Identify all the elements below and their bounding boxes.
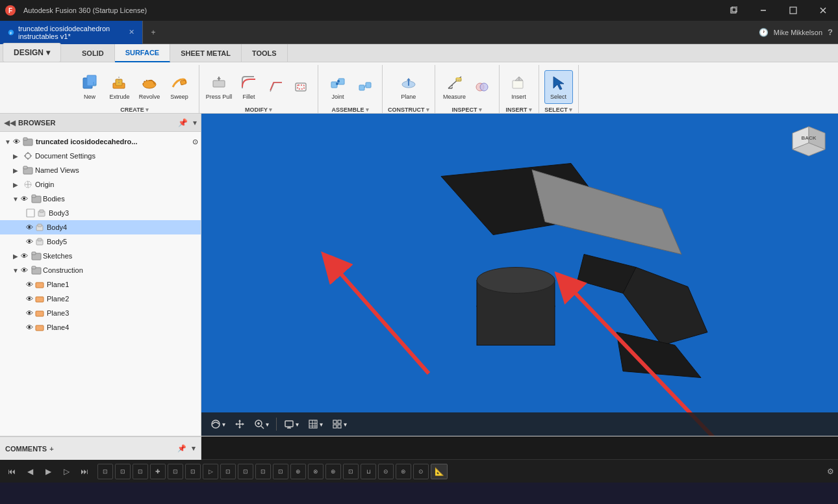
modify-press-pull[interactable]: Press Pull	[205, 70, 233, 104]
tl-play-btn[interactable]: ▶	[40, 464, 56, 479]
tab-tools[interactable]: TOOLS	[242, 44, 288, 62]
vp-pan-btn[interactable]	[231, 415, 249, 433]
root-settings-icon[interactable]: ⊙	[192, 138, 198, 146]
comments-menu-icon[interactable]: ▾	[192, 444, 196, 453]
body4-vis-icon[interactable]: 👁	[26, 223, 33, 231]
tree-item-plane3[interactable]: 👁 Plane3	[0, 306, 201, 320]
tl-tool-19[interactable]: ⊙	[413, 464, 429, 479]
root-vis-icon[interactable]: 👁	[13, 138, 20, 145]
vp-display-btn[interactable]: ▾	[280, 415, 303, 433]
sketches-vis-icon[interactable]: 👁	[21, 252, 28, 260]
vp-grid-btn[interactable]: ▾	[304, 415, 327, 433]
browser-menu-btn[interactable]: ▾	[193, 118, 197, 127]
vp-orbit-btn[interactable]: ▾	[207, 415, 229, 433]
browser-pin-btn[interactable]: 📌	[178, 118, 188, 127]
svg-rect-111	[333, 425, 336, 428]
assemble-joint[interactable]: Joint	[324, 70, 352, 104]
comments-pin-icon[interactable]: 📌	[177, 444, 186, 453]
tl-prev-btn[interactable]: ◀	[22, 464, 38, 479]
timeline-settings-btn[interactable]: ⚙	[827, 467, 834, 476]
body5-vis-icon[interactable]: 👁	[26, 238, 33, 246]
add-tab-button[interactable]: +	[143, 22, 164, 43]
close-btn[interactable]	[808, 0, 838, 21]
modify-shell[interactable]	[289, 70, 312, 104]
tl-tool-16[interactable]: ⊔	[361, 464, 376, 479]
help-icon[interactable]: ?	[828, 27, 833, 37]
construct-plane[interactable]: Plane	[394, 70, 423, 104]
tl-tool-17[interactable]: ⊝	[378, 464, 394, 479]
vp-snap-btn[interactable]: ▾	[328, 415, 351, 433]
tl-tool-4[interactable]: ✚	[150, 464, 166, 479]
create-sweep[interactable]: Sweep	[165, 70, 194, 104]
tab-sheetmetal[interactable]: SHEET METAL	[170, 44, 242, 62]
tl-tool-3[interactable]: ⊡	[133, 464, 148, 479]
tl-tool-5[interactable]: ⊡	[168, 464, 183, 479]
plane4-vis-icon[interactable]: 👁	[26, 323, 33, 331]
tl-tool-9[interactable]: ⊡	[238, 464, 253, 479]
tree-item-plane4[interactable]: 👁 Plane4	[0, 320, 201, 334]
tl-tool-2[interactable]: ⊡	[115, 464, 131, 479]
active-tab[interactable]: F truncated icosidodecahedron instructab…	[0, 21, 143, 44]
tree-item-plane2[interactable]: 👁 Plane2	[0, 292, 201, 306]
tl-forward-btn[interactable]: ⏭	[77, 464, 92, 479]
modify-fillet[interactable]: Fillet	[235, 70, 263, 104]
maximize-btn[interactable]	[778, 0, 808, 21]
assemble-as-built[interactable]	[353, 70, 377, 104]
tl-tool-18[interactable]: ⊛	[396, 464, 411, 479]
tl-tool-11[interactable]: ⊡	[273, 464, 288, 479]
viewport[interactable]: BACK	[201, 114, 838, 436]
insert-canvas[interactable]: Insert	[505, 70, 533, 104]
tree-item-plane1[interactable]: 👁 Plane1	[0, 277, 201, 292]
tl-tool-12[interactable]: ⊕	[290, 464, 306, 479]
construction-vis-icon[interactable]: 👁	[21, 266, 28, 274]
svg-text:mm: mm	[455, 78, 461, 82]
modify-chamfer[interactable]	[264, 70, 288, 104]
browser-collapse-btn[interactable]: ◀◀	[4, 118, 16, 127]
svg-text:BACK: BACK	[801, 135, 816, 141]
tree-item-bodies[interactable]: ▼ 👁 Bodies	[0, 192, 201, 206]
create-new-component[interactable]: New	[75, 70, 104, 104]
bodies-vis-icon[interactable]: 👁	[21, 195, 28, 203]
assemble-icons: Joint	[324, 65, 377, 107]
tree-item-doc-settings[interactable]: ▶ Document Settings	[0, 149, 201, 163]
tree-item-named-views[interactable]: ▶ Named Views	[0, 163, 201, 177]
create-extrude[interactable]: Extrude	[105, 70, 134, 104]
tl-tool-1[interactable]: ⊡	[97, 464, 113, 479]
select-tool[interactable]: Select	[544, 70, 573, 104]
user-label[interactable]: Mike Mikkelson	[774, 29, 822, 36]
tl-tool-8[interactable]: ⊡	[220, 464, 236, 479]
tl-tool-marker[interactable]: 📐	[431, 464, 448, 479]
tree-item-sketches[interactable]: ▶ 👁 Sketches	[0, 249, 201, 263]
tl-tool-15[interactable]: ⊡	[343, 464, 359, 479]
plane1-vis-icon[interactable]: 👁	[26, 281, 33, 288]
tree-root-item[interactable]: ▼ 👁 truncated icosidodecahedro... ⊙	[0, 134, 201, 149]
tl-tool-6[interactable]: ⊡	[185, 464, 201, 479]
tree-item-origin[interactable]: ▶ Origin	[0, 177, 201, 192]
restore-btn[interactable]	[718, 0, 748, 21]
inspect-measure[interactable]: mm Measure	[440, 70, 469, 104]
tree-item-body4[interactable]: 👁 Body4	[0, 220, 201, 234]
tl-tool-7[interactable]: ▷	[203, 464, 218, 479]
vp-zoom-btn[interactable]: ▾	[250, 415, 273, 433]
viewcube[interactable]: BACK	[786, 120, 832, 166]
create-revolve[interactable]: Revolve	[135, 70, 164, 104]
tree-item-body3[interactable]: Body3	[0, 206, 201, 220]
tl-tool-14[interactable]: ⊕	[325, 464, 341, 479]
plane3-vis-icon[interactable]: 👁	[26, 309, 33, 317]
plane2-vis-icon[interactable]: 👁	[26, 295, 33, 303]
minimize-btn[interactable]	[748, 0, 778, 21]
history-icon[interactable]: 🕐	[759, 28, 768, 37]
tl-tool-13[interactable]: ⊗	[308, 464, 324, 479]
design-dropdown[interactable]: DESIGN ▾	[3, 43, 61, 62]
inspect-interference[interactable]	[470, 70, 494, 104]
tree-item-body5[interactable]: 👁 Body5	[0, 234, 201, 249]
tl-next-btn[interactable]: ▷	[58, 464, 74, 479]
tab-surface[interactable]: SURFACE	[115, 44, 171, 62]
tab-solid[interactable]: SOLID	[71, 44, 115, 62]
tab-close-icon[interactable]: ✕	[129, 28, 134, 36]
comments-expand-icon[interactable]: +	[49, 445, 53, 453]
tl-tool-10[interactable]: ⊡	[255, 464, 271, 479]
tl-rewind-btn[interactable]: ⏮	[4, 464, 19, 479]
tree-item-construction[interactable]: ▼ 👁 Construction	[0, 263, 201, 277]
3d-model	[389, 151, 714, 399]
